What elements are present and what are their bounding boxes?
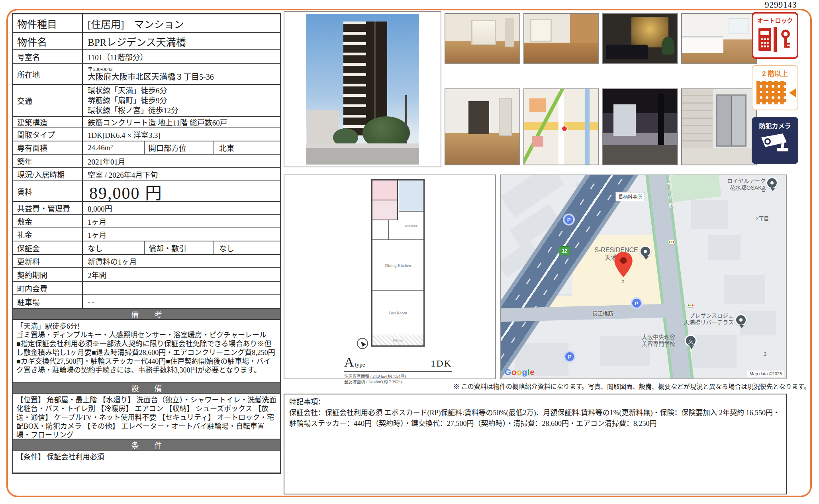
map-copyright: Map data ©2025 bbox=[747, 371, 785, 377]
building-icon bbox=[756, 81, 786, 104]
photo-entrance-corridor bbox=[602, 88, 678, 165]
parking-icon-1: P bbox=[564, 215, 573, 224]
row-value: 〒530-0042大阪府大阪市北区天満橋３丁目5-36 bbox=[83, 64, 280, 84]
table-row: 更新料新賃料の1ヶ月 bbox=[13, 254, 280, 267]
floorplan-washer bbox=[372, 220, 389, 239]
floorplan-bath bbox=[399, 180, 423, 212]
row-label: 築年 bbox=[13, 155, 83, 167]
row-value-2: 北東 bbox=[214, 141, 280, 154]
conditions-text: 【条件】 保証会社利用必須 bbox=[13, 450, 280, 473]
poi-pin-presance bbox=[735, 314, 747, 326]
type-suffix: type bbox=[355, 361, 365, 368]
row-label: 町内会費 bbox=[13, 282, 83, 294]
poi-pin-s-residence bbox=[639, 245, 651, 257]
google-letter: o bbox=[517, 367, 522, 377]
row-label: 駐車場 bbox=[13, 295, 83, 308]
google-letter: e bbox=[530, 367, 535, 377]
table-row: 町内会費 bbox=[13, 281, 280, 294]
rent-value: 89,000 円 bbox=[83, 181, 280, 201]
google-letter: G bbox=[505, 367, 511, 377]
table-row: 間取タイプ1DK[DK6.4 × 洋室3.3] bbox=[13, 127, 280, 141]
row-value-2: なし bbox=[214, 241, 280, 254]
row-value: 2年間 bbox=[83, 268, 280, 281]
key-icon bbox=[779, 28, 792, 51]
table-row: 保証金なし償却・敷引なし bbox=[13, 241, 280, 254]
floorplan-powder-room bbox=[372, 200, 398, 220]
building-exterior-photo bbox=[306, 14, 419, 165]
floor-area-line-1: 住居専有面積 / 24.94m²(約 7.54坪) bbox=[344, 373, 406, 379]
row-label: 敷金 bbox=[13, 215, 83, 227]
row-value: なし bbox=[83, 241, 145, 254]
cctv-camera-icon bbox=[758, 132, 792, 155]
equipment-header: 設 備 bbox=[13, 382, 280, 393]
map-thumb-pin bbox=[561, 126, 568, 132]
layout-label: 1DK bbox=[431, 358, 452, 369]
table-row: 駐車場- - bbox=[13, 294, 280, 308]
row-label: 所在地 bbox=[13, 64, 83, 84]
traffic-light-icon-2 bbox=[687, 304, 694, 307]
row-label: 礼金 bbox=[13, 228, 83, 241]
table-row: 敷金1ヶ月 bbox=[13, 214, 280, 227]
row-label-2: 開口部方位 bbox=[145, 141, 214, 154]
floorplan-type-line: A type 1DK bbox=[344, 355, 452, 372]
map-label-2chome: 2丁目 bbox=[756, 215, 769, 222]
left-arrow-icon bbox=[789, 88, 796, 97]
row-value: BPRレジデンス天満橋 bbox=[83, 33, 280, 49]
photo-map-thumbnail bbox=[523, 88, 599, 165]
school-pin-icon: 文 bbox=[685, 335, 697, 347]
row-value: 1ヶ月 bbox=[83, 215, 280, 227]
traffic-light-icon-1 bbox=[668, 240, 675, 244]
row-label: 建築構造 bbox=[13, 117, 83, 127]
row-label: 物件種目 bbox=[13, 14, 83, 32]
compass-icon bbox=[357, 338, 368, 349]
remarks-header: 備 考 bbox=[13, 308, 280, 319]
row-label: 交通 bbox=[13, 85, 83, 116]
document-number: 9299143 bbox=[765, 0, 797, 10]
row-label-2: 償却・敷引 bbox=[145, 241, 214, 254]
google-letter: g bbox=[522, 367, 527, 377]
table-row: 号室名1101（11階部分） bbox=[13, 49, 280, 63]
row-label: 現況/入居時期 bbox=[13, 168, 83, 180]
row-label: 賃料 bbox=[13, 181, 83, 201]
row-label: 間取タイプ bbox=[13, 128, 83, 141]
route-12-shield: 12 bbox=[559, 246, 570, 255]
map-label-royal-ark: ロイヤルアーク 花水都OSAKA bbox=[702, 178, 766, 191]
floorplan-balcony: Balcony bbox=[372, 335, 423, 345]
badge-security-camera: 防犯カメラ bbox=[752, 117, 798, 164]
badge-autolock-label: オートロック bbox=[753, 16, 797, 24]
table-row: 所在地〒530-0042大阪府大阪市北区天満橋３丁目5-36 bbox=[13, 63, 280, 84]
row-label: 保証金 bbox=[13, 241, 83, 254]
floorplan-panel: Entrance Dining Kitchen Bed Room Balcony… bbox=[284, 175, 496, 379]
badge-second-floor-or-above: 2 階以上 bbox=[752, 65, 798, 110]
row-value: 空室 / 2026年4月下旬 bbox=[83, 168, 280, 180]
photo-living-room bbox=[602, 13, 678, 64]
row-label: 専有面積 bbox=[13, 141, 83, 154]
property-location-pin bbox=[614, 252, 633, 279]
badge-autolock: オートロック bbox=[752, 12, 798, 59]
row-value: - - bbox=[83, 295, 280, 308]
row-value: 1DK[DK6.4 × 洋室3.3] bbox=[83, 128, 280, 141]
row-value: 環状線「天満」徒歩6分 堺筋線「扇町」徒歩9分 環状線「桜ノ宮」徒歩12分 bbox=[83, 85, 280, 116]
divider-bar bbox=[774, 27, 777, 52]
photo-hallway bbox=[445, 88, 520, 165]
address: 大阪府大阪市北区天満橋３丁目5-36 bbox=[88, 73, 214, 82]
table-row: 交通環状線「天満」徒歩6分 堺筋線「扇町」徒歩9分 環状線「桜ノ宮」徒歩12分 bbox=[13, 84, 280, 116]
map-label-nagaebashi-street: 長江橋筋 bbox=[592, 309, 613, 317]
row-label: 契約期間 bbox=[13, 268, 83, 281]
equipment-text: 【位置】 角部屋・最上階 【水廻り】 洗面台（独立）・シャワートイレ・洗髪洗面化… bbox=[13, 393, 280, 439]
photo-kitchen bbox=[681, 13, 757, 64]
row-value: 新賃料の1ヶ月 bbox=[83, 255, 280, 267]
row-value: 1ヶ月 bbox=[83, 228, 280, 241]
row-value: 1101（11階部分） bbox=[83, 50, 280, 63]
badge-camera-label: 防犯カメラ bbox=[752, 121, 798, 130]
map-label-toll-gate: 長柄料金所 bbox=[615, 192, 645, 201]
parking-icon-2: P bbox=[632, 299, 641, 308]
floorplan-drawing: Entrance Dining Kitchen Bed Room Balcony bbox=[371, 179, 425, 347]
map-label-block3: 3 bbox=[764, 351, 766, 357]
row-value: [住居用] マンション bbox=[83, 14, 280, 32]
row-value: 8,000円 bbox=[83, 202, 280, 214]
property-info-table: 物件種目[住居用] マンション 物件名BPRレジデンス天満橋 号室名1101（1… bbox=[12, 13, 281, 474]
row-value: 鉄筋コンクリート造 地上11階 総戸数60戸 bbox=[83, 117, 280, 127]
row-value: 2021年01月 bbox=[83, 155, 280, 167]
map-label-presance: プレサンスロジェ 天満橋リバーテラス bbox=[660, 312, 734, 326]
